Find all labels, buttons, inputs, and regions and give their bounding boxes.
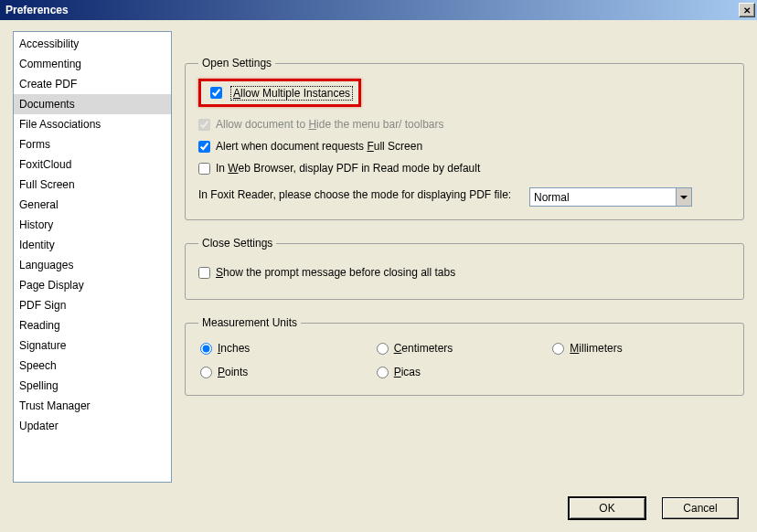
window-title: Preferences: [5, 4, 69, 16]
sidebar-item-signature[interactable]: Signature: [14, 335, 171, 356]
close-icon: ✕: [743, 5, 751, 16]
unit-option-points[interactable]: Points: [200, 366, 377, 378]
ok-button[interactable]: OK: [569, 497, 645, 519]
measurement-units-options: InchesCentimetersMillimetersPointsPicas: [198, 338, 730, 382]
sidebar-item-reading[interactable]: Reading: [14, 315, 171, 335]
allow-hide-menu-checkbox: [198, 119, 210, 131]
unit-option-centimeters[interactable]: Centimeters: [377, 342, 553, 355]
allow-hide-menu-row: Allow document to Hide the menu bar/ too…: [198, 116, 730, 133]
unit-label: Centimeters: [394, 342, 453, 355]
unit-option-millimeters[interactable]: Millimeters: [552, 342, 729, 355]
show-prompt-checkbox[interactable]: [198, 267, 210, 279]
sidebar-item-forms[interactable]: Forms: [14, 134, 171, 154]
alert-full-screen-checkbox[interactable]: [198, 141, 210, 153]
alert-full-screen-label[interactable]: Alert when document requests Full Screen: [216, 138, 422, 154]
allow-multiple-instances-highlight: Allow Multiple Instances: [198, 79, 361, 107]
unit-option-picas[interactable]: Picas: [377, 366, 553, 378]
unit-label: Picas: [394, 366, 421, 378]
sidebar-item-trust-manager[interactable]: Trust Manager: [14, 396, 171, 416]
sidebar-item-full-screen[interactable]: Full Screen: [14, 175, 171, 195]
display-mode-label: In Foxit Reader, please choose the mode …: [198, 187, 518, 202]
show-prompt-row: Show the prompt message before closing a…: [198, 264, 730, 281]
chevron-down-icon: [680, 196, 688, 199]
unit-label: Millimeters: [570, 342, 622, 355]
display-mode-row: In Foxit Reader, please choose the mode …: [198, 187, 730, 207]
sidebar-item-languages[interactable]: Languages: [14, 255, 171, 275]
display-mode-dropdown[interactable]: Normal: [529, 187, 692, 207]
sidebar-item-documents[interactable]: Documents: [14, 94, 171, 114]
close-settings-legend: Close Settings: [198, 237, 276, 250]
unit-radio-picas[interactable]: [377, 367, 389, 378]
allow-hide-menu-label: Allow document to Hide the menu bar/ too…: [216, 116, 443, 133]
unit-radio-inches[interactable]: [200, 343, 212, 355]
titlebar: Preferences ✕: [0, 0, 757, 20]
close-settings-group: Close Settings Show the prompt message b…: [185, 237, 744, 300]
web-browser-read-mode-checkbox[interactable]: [198, 163, 210, 175]
unit-radio-points[interactable]: [200, 367, 212, 378]
sidebar-item-identity[interactable]: Identity: [14, 235, 171, 255]
unit-label: Points: [218, 366, 248, 378]
sidebar-item-history[interactable]: History: [14, 215, 171, 235]
main-panel: Open Settings Allow Multiple Instances A…: [185, 31, 744, 521]
sidebar-item-create-pdf[interactable]: Create PDF: [14, 74, 171, 94]
dialog-buttons: OK Cancel: [569, 497, 739, 519]
sidebar-item-spelling[interactable]: Spelling: [14, 376, 171, 396]
sidebar-item-page-display[interactable]: Page Display: [14, 275, 171, 295]
allow-multiple-instances-checkbox[interactable]: [210, 87, 222, 99]
web-browser-read-mode-label[interactable]: In Web Browser, display PDF in Read mode…: [216, 160, 480, 176]
sidebar-item-updater[interactable]: Updater: [14, 416, 171, 436]
dropdown-arrow-button[interactable]: [676, 188, 691, 206]
content-area: AccessibilityCommentingCreate PDFDocumen…: [0, 20, 757, 532]
cancel-button[interactable]: Cancel: [662, 497, 739, 519]
display-mode-value: Normal: [534, 191, 570, 204]
open-settings-group: Open Settings Allow Multiple Instances A…: [185, 57, 744, 220]
sidebar-item-file-associations[interactable]: File Associations: [14, 114, 171, 134]
unit-label: Inches: [218, 342, 250, 355]
measurement-units-legend: Measurement Units: [198, 316, 301, 329]
close-button[interactable]: ✕: [739, 3, 755, 17]
sidebar-item-pdf-sign[interactable]: PDF Sign: [14, 295, 171, 315]
sidebar-item-accessibility[interactable]: Accessibility: [14, 34, 171, 54]
sidebar-item-speech[interactable]: Speech: [14, 356, 171, 376]
web-browser-read-mode-row: In Web Browser, display PDF in Read mode…: [198, 160, 730, 176]
allow-multiple-instances-label[interactable]: Allow Multiple Instances: [230, 86, 353, 101]
unit-option-inches[interactable]: Inches: [200, 342, 377, 355]
sidebar-item-general[interactable]: General: [14, 195, 171, 215]
alert-full-screen-row: Alert when document requests Full Screen: [198, 138, 730, 154]
show-prompt-label[interactable]: Show the prompt message before closing a…: [216, 264, 455, 281]
open-settings-legend: Open Settings: [198, 57, 275, 69]
unit-radio-centimeters[interactable]: [377, 343, 389, 355]
sidebar-item-foxitcloud[interactable]: FoxitCloud: [14, 154, 171, 175]
sidebar-item-commenting[interactable]: Commenting: [14, 54, 171, 74]
unit-radio-millimeters[interactable]: [552, 343, 564, 355]
category-sidebar[interactable]: AccessibilityCommentingCreate PDFDocumen…: [13, 31, 172, 483]
measurement-units-group: Measurement Units InchesCentimetersMilli…: [185, 316, 744, 396]
